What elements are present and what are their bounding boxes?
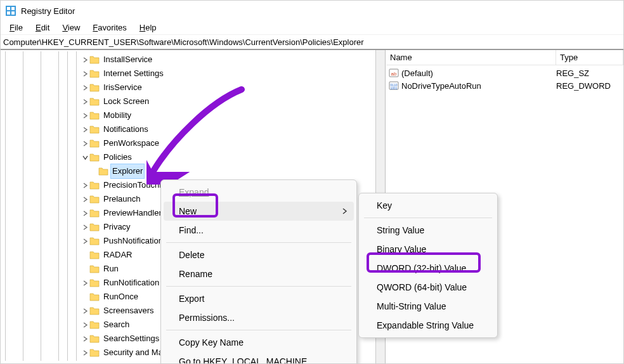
chevron-right-icon[interactable] xyxy=(81,81,89,94)
menu-edit[interactable]: Edit xyxy=(29,22,56,34)
ctx-sep-1 xyxy=(166,242,351,243)
col-header-type[interactable]: Type xyxy=(556,50,623,65)
ctx-copy-key-name[interactable]: Copy Key Name xyxy=(161,333,356,352)
tree-label: PenWorkspace xyxy=(102,136,160,150)
chevron-right-icon[interactable] xyxy=(81,67,89,81)
folder-icon xyxy=(89,250,100,260)
title-bar: Registry Editor xyxy=(1,1,623,21)
tree-item-installservice[interactable]: InstallService xyxy=(1,53,375,67)
folder-icon xyxy=(89,306,100,316)
ctx-new-key[interactable]: Key xyxy=(359,196,497,215)
value-type: REG_SZ xyxy=(556,68,623,78)
col-header-name[interactable]: Name xyxy=(386,50,556,65)
menu-favorites[interactable]: Favorites xyxy=(86,22,133,34)
value-type: REG_DWORD xyxy=(556,81,623,91)
tree-label: Policies xyxy=(102,150,133,164)
tree-item-notifications[interactable]: Notifications xyxy=(1,122,375,136)
ctx2-sep xyxy=(364,218,492,218)
tree-item-lock-screen[interactable]: Lock Screen xyxy=(1,94,375,108)
chevron-right-icon[interactable] xyxy=(81,346,89,360)
tree-item-mobility[interactable]: Mobility xyxy=(1,108,375,122)
folder-icon xyxy=(89,236,100,246)
chevron-right-icon[interactable] xyxy=(81,276,89,290)
ctx-new-multistring[interactable]: Multi-String Value xyxy=(359,297,497,316)
ctx-goto-hklm[interactable]: Go to HKEY_LOCAL_MACHINE xyxy=(161,352,356,364)
chevron-right-icon[interactable] xyxy=(81,304,89,318)
folder-icon xyxy=(89,264,100,274)
chevron-right-icon[interactable] xyxy=(81,122,89,136)
expander-empty xyxy=(81,248,89,262)
ctx-export[interactable]: Export xyxy=(161,289,356,308)
tree-label: SearchSettings xyxy=(102,332,160,346)
chevron-right-icon[interactable] xyxy=(81,136,89,150)
folder-icon xyxy=(89,68,100,79)
tree-label: RADAR xyxy=(102,248,134,262)
value-name: (Default) xyxy=(401,68,556,78)
tree-item-policies[interactable]: Policies xyxy=(1,150,375,164)
chevron-right-icon[interactable] xyxy=(81,192,89,206)
tree-label: RunNotification xyxy=(102,276,160,290)
svg-rect-1 xyxy=(7,7,10,10)
tree-label: InstallService xyxy=(102,53,153,67)
svg-rect-2 xyxy=(11,7,15,10)
tree-item-irisservice[interactable]: IrisService xyxy=(1,81,375,94)
ctx-rename[interactable]: Rename xyxy=(161,264,356,283)
folder-icon xyxy=(89,194,100,204)
address-bar[interactable]: Computer\HKEY_CURRENT_USER\Software\Micr… xyxy=(1,35,623,50)
chevron-right-icon[interactable] xyxy=(81,220,89,234)
ctx-delete[interactable]: Delete xyxy=(161,245,356,264)
chevron-right-icon xyxy=(342,206,348,216)
folder-icon xyxy=(89,334,100,344)
tree-item-explorer[interactable]: Explorer xyxy=(1,164,375,178)
folder-icon xyxy=(89,96,100,107)
chevron-right-icon[interactable] xyxy=(81,53,89,67)
tree-label: Internet Settings xyxy=(102,67,165,81)
folder-icon xyxy=(89,208,100,218)
chevron-right-icon[interactable] xyxy=(81,206,89,220)
folder-icon xyxy=(89,124,100,134)
menu-bar: File Edit View Favorites Help xyxy=(1,21,623,35)
address-text: Computer\HKEY_CURRENT_USER\Software\Micr… xyxy=(3,37,364,47)
chevron-right-icon[interactable] xyxy=(81,94,89,108)
tree-label: Privacy xyxy=(102,220,132,234)
list-header: Name Type xyxy=(386,50,623,65)
menu-view[interactable]: View xyxy=(56,22,86,34)
chevron-right-icon[interactable] xyxy=(81,318,89,332)
chevron-right-icon[interactable] xyxy=(81,178,89,192)
ctx-new[interactable]: New xyxy=(164,202,354,221)
folder-icon xyxy=(89,110,100,120)
svg-rect-4 xyxy=(11,11,15,15)
folder-icon xyxy=(89,138,100,148)
chevron-right-icon[interactable] xyxy=(81,332,89,346)
ctx-find[interactable]: Find... xyxy=(161,221,356,240)
ctx-sep-2 xyxy=(166,286,351,287)
ctx-permissions[interactable]: Permissions... xyxy=(161,308,356,327)
menu-file[interactable]: File xyxy=(3,22,29,34)
ctx-new-string[interactable]: String Value xyxy=(359,221,497,240)
chevron-down-icon[interactable] xyxy=(81,150,89,164)
ctx-new-qword[interactable]: QWORD (64-bit) Value xyxy=(359,278,497,297)
tree-label: PreviewHandlers xyxy=(102,206,167,220)
ctx-new-dword[interactable]: DWORD (32-bit) Value xyxy=(359,259,497,278)
value-name: NoDriveTypeAutoRun xyxy=(401,81,556,91)
value-row[interactable]: ab(Default)REG_SZ xyxy=(386,67,623,79)
ctx-expand: Expand xyxy=(161,183,356,202)
folder-icon xyxy=(89,348,100,358)
tree-item-internet-settings[interactable]: Internet Settings xyxy=(1,67,375,81)
tree-item-penworkspace[interactable]: PenWorkspace xyxy=(1,136,375,150)
svg-text:ab: ab xyxy=(391,71,397,77)
value-row[interactable]: 01101001NoDriveTypeAutoRunREG_DWORD xyxy=(386,79,623,92)
tree-label: Run xyxy=(102,262,120,276)
ctx-new-expandstring[interactable]: Expandable String Value xyxy=(359,316,497,335)
value-list[interactable]: ab(Default)REG_SZ01101001NoDriveTypeAuto… xyxy=(386,65,623,92)
tree-label: Notifications xyxy=(102,122,150,136)
folder-icon xyxy=(89,292,100,302)
tree-label: Prelaunch xyxy=(102,192,142,206)
ctx-new-binary[interactable]: Binary Value xyxy=(359,240,497,259)
folder-icon xyxy=(89,278,100,288)
chevron-right-icon[interactable] xyxy=(81,234,89,248)
folder-icon xyxy=(89,180,100,190)
context-menu-new: Key String Value Binary Value DWORD (32-… xyxy=(358,193,498,338)
menu-help[interactable]: Help xyxy=(133,22,163,34)
chevron-right-icon[interactable] xyxy=(81,108,89,122)
